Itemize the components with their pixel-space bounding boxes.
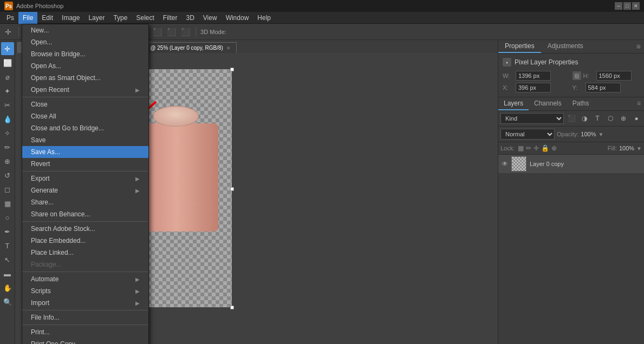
separator-6 [22, 325, 148, 325]
menu-item-search-stock[interactable]: Search Adobe Stock... [22, 223, 148, 235]
menu-file[interactable]: File [18, 12, 37, 24]
opacity-down-btn[interactable]: ▼ [599, 131, 604, 137]
y-input[interactable] [586, 83, 621, 92]
menu-item-close[interactable]: Close [22, 98, 148, 110]
maximize-button[interactable]: □ [623, 2, 631, 10]
eraser-tool-btn[interactable]: ◻ [1, 183, 14, 196]
menu-item-close-bridge[interactable]: Close and Go to Bridge... [22, 122, 148, 134]
heal-brush-btn[interactable]: ✧ [1, 127, 14, 140]
menu-window[interactable]: Window [222, 12, 253, 24]
menu-filter[interactable]: Filter [159, 12, 182, 24]
menu-item-file-info[interactable]: File Info... [22, 312, 148, 323]
menu-item-automate[interactable]: Automate ▶ [22, 273, 148, 285]
filter-pixel-btn[interactable]: ⬛ [566, 113, 577, 124]
filter-type-btn[interactable]: T [592, 113, 603, 124]
layers-panel: Layers Channels Paths ≡ Kind ⬛ ◑ T ⬡ ⊕ ●… [498, 97, 644, 344]
menu-item-place-linked[interactable]: Place Linked... [22, 247, 148, 259]
lock-position-btn[interactable]: 🔒 [541, 144, 549, 152]
lock-all-btn[interactable]: ⊕ [551, 144, 557, 152]
filter-active-btn[interactable]: ● [631, 113, 642, 124]
move-tool-icon[interactable]: ✛ [2, 26, 14, 38]
menu-item-share[interactable]: Share... [22, 196, 148, 208]
window-controls[interactable]: ─ □ ✕ [615, 2, 640, 10]
transform-handle-tr[interactable] [230, 68, 234, 71]
menu-select[interactable]: Select [132, 12, 158, 24]
lock-image-btn[interactable]: ✏ [526, 144, 531, 152]
tab-active-close[interactable]: ✕ [226, 45, 231, 51]
layers-tab-layers[interactable]: Layers [498, 97, 529, 110]
dodge-tool-btn[interactable]: ○ [1, 211, 14, 224]
menu-item-print[interactable]: Print... [22, 326, 148, 338]
properties-menu-btn[interactable]: ≡ [633, 40, 644, 53]
blend-mode-select[interactable]: Normal [500, 129, 555, 140]
menu-item-print-one[interactable]: Print One Copy [22, 338, 148, 344]
adjustments-tab[interactable]: Adjustments [541, 40, 590, 53]
filter-smart-btn[interactable]: ⊕ [618, 113, 629, 124]
menu-item-open-recent[interactable]: Open Recent ▶ [22, 84, 148, 96]
menu-item-share-behance[interactable]: Share on Behance... [22, 208, 148, 220]
align-top-icon[interactable]: ⬛ [151, 26, 163, 38]
menu-layer[interactable]: Layer [84, 12, 109, 24]
menu-ps[interactable]: Ps [2, 12, 18, 24]
layers-menu-btn[interactable]: ≡ [634, 97, 644, 110]
menu-help[interactable]: Help [253, 12, 275, 24]
align-bottom-icon[interactable]: ⬛ [179, 26, 191, 38]
menu-item-close-all[interactable]: Close All [22, 110, 148, 122]
layer-visibility-btn[interactable]: 👁 [502, 160, 508, 168]
transform-handle-br[interactable] [230, 306, 234, 309]
layers-tab-paths[interactable]: Paths [567, 97, 595, 110]
stamp-tool-btn[interactable]: ⊕ [1, 155, 14, 168]
filter-adjust-btn[interactable]: ◑ [579, 113, 590, 124]
history-brush-btn[interactable]: ↺ [1, 169, 14, 182]
minimize-button[interactable]: ─ [615, 2, 622, 10]
lasso-tool-btn[interactable]: ⌀ [1, 70, 14, 83]
menu-item-new[interactable]: New... [22, 24, 148, 36]
menu-item-revert[interactable]: Revert [22, 158, 148, 170]
text-tool-btn[interactable]: T [1, 239, 14, 252]
w-input[interactable] [516, 71, 551, 81]
menu-image[interactable]: Image [57, 12, 84, 24]
quick-select-btn[interactable]: ✦ [1, 84, 14, 97]
move-tool-btn[interactable]: ✛ [1, 42, 14, 55]
brush-tool-btn[interactable]: ✏ [1, 141, 14, 154]
menu-item-save[interactable]: Save [22, 134, 148, 146]
marquee-tool-btn[interactable]: ⬜ [1, 56, 14, 69]
menu-edit[interactable]: Edit [37, 12, 57, 24]
menu-item-generate[interactable]: Generate ▶ [22, 184, 148, 196]
menu-item-import[interactable]: Import ▶ [22, 297, 148, 309]
lock-transparent-btn[interactable]: ▦ [518, 144, 524, 152]
menu-item-open-as[interactable]: Open As... [22, 60, 148, 72]
h-input[interactable] [596, 71, 632, 81]
menu-item-scripts[interactable]: Scripts ▶ [22, 285, 148, 297]
hand-tool-btn[interactable]: ✋ [1, 281, 14, 294]
menu-item-export[interactable]: Export ▶ [22, 173, 148, 184]
link-dimensions-btn[interactable]: ⛓ [573, 71, 581, 80]
layer-item[interactable]: 👁 Layer 0 copy [498, 155, 644, 174]
close-button[interactable]: ✕ [632, 2, 640, 10]
menu-item-open[interactable]: Open... [22, 36, 148, 48]
menu-type[interactable]: Type [109, 12, 132, 24]
layers-tab-channels[interactable]: Channels [529, 97, 567, 110]
zoom-tool-btn[interactable]: 🔍 [1, 295, 14, 308]
menu-item-browse[interactable]: Browse in Bridge... [22, 48, 148, 60]
transform-handle-mr[interactable] [230, 187, 234, 191]
filter-shape-btn[interactable]: ⬡ [605, 113, 616, 124]
x-input[interactable] [516, 83, 551, 92]
menu-item-open-smart[interactable]: Open as Smart Object... [22, 72, 148, 84]
w-label: W: [503, 72, 513, 79]
gradient-tool-btn[interactable]: ▦ [1, 197, 14, 210]
menu-item-save-as[interactable]: Save As... [22, 146, 148, 158]
crop-tool-btn[interactable]: ✂ [1, 98, 14, 111]
fill-down-btn[interactable]: ▼ [636, 145, 642, 151]
lock-artboard-btn[interactable]: ✛ [534, 144, 539, 152]
shape-tool-btn[interactable]: ▬ [1, 267, 14, 280]
align-middle-icon[interactable]: ⬛ [165, 26, 177, 38]
layers-kind-select[interactable]: Kind [500, 113, 564, 124]
eyedropper-btn[interactable]: 💧 [1, 113, 14, 125]
menu-item-place-embedded[interactable]: Place Embedded... [22, 235, 148, 247]
properties-tab[interactable]: Properties [498, 40, 541, 53]
path-select-btn[interactable]: ↖ [1, 253, 14, 266]
menu-3d[interactable]: 3D [181, 12, 198, 24]
pen-tool-btn[interactable]: ✒ [1, 225, 14, 238]
menu-view[interactable]: View [199, 12, 222, 24]
